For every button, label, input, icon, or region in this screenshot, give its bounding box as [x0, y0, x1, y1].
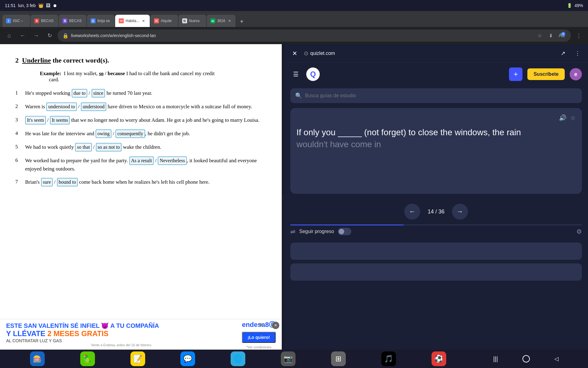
quizlet-logo-area: ⊙ quizlet.com: [304, 50, 554, 57]
pill-since[interactable]: since: [92, 89, 105, 98]
quizlet-plus-button[interactable]: +: [509, 67, 522, 81]
tab-habita[interactable]: id Habita... ✕: [115, 15, 150, 27]
pill-understood[interactable]: understood: [81, 102, 106, 111]
download-icon[interactable]: ⬇: [546, 31, 555, 40]
flashcard-fade-text: wouldn't have come in: [296, 140, 381, 149]
list-item: 3 It's seem / It seems that we no longer…: [15, 116, 266, 125]
ad-title: ESTE SAN VALENTÍN SÉ INFIEL 😈 A TU COMPA…: [6, 322, 237, 329]
pill-understood-to[interactable]: understood to: [46, 102, 77, 111]
user-avatar[interactable]: e: [570, 68, 582, 80]
pill-sure[interactable]: sure: [41, 178, 53, 186]
worksheet-area: 2 Underline the correct word(s). Example…: [0, 44, 282, 319]
taskbar-item-camera[interactable]: 📷: [280, 351, 296, 367]
nav-back-button[interactable]: ◁: [554, 355, 559, 362]
pill-nevertheless[interactable]: Nevertheless: [158, 156, 187, 165]
ad-content: ESTE SAN VALENTÍN SÉ INFIEL 😈 A TU COMPA…: [6, 322, 237, 347]
search-icon: 🔍: [295, 92, 302, 99]
settings-icon[interactable]: ⚙: [576, 228, 582, 235]
pill-owing[interactable]: owing: [96, 129, 111, 138]
tab-close-msn[interactable]: ✕: [227, 18, 232, 23]
ad-banner: ESTE SAN VALENTÍN SÉ INFIEL 😈 A TU COMPA…: [0, 319, 282, 350]
tab-llotja[interactable]: G llotja se: [87, 15, 115, 27]
shuffle-icon[interactable]: ⇌: [290, 228, 296, 235]
pill-its-seem[interactable]: It's seem: [25, 116, 46, 125]
taskbar-item-superbet[interactable]: 🎰: [29, 351, 45, 367]
tab-nueva[interactable]: N Nueva: [179, 15, 206, 27]
pill-as-a-result[interactable]: As a result: [129, 156, 154, 165]
nav-home-circle[interactable]: [522, 355, 530, 362]
tab-favicon-nueva: N: [182, 18, 187, 23]
answer-box-2[interactable]: [290, 263, 582, 281]
ad-company: A TU COMPAÑÍA: [110, 322, 159, 329]
q-text: We had to work quietly so that / so as n…: [25, 143, 266, 151]
ad-cta-button[interactable]: ¡Lo quiero!: [242, 332, 275, 343]
pill-so-as-not[interactable]: so as not to: [96, 143, 122, 151]
flashcard-container[interactable]: 🔊 ☆ If only you _____ (not forget) to cl…: [290, 108, 582, 194]
more-options-button[interactable]: ⋮: [573, 30, 584, 41]
tab-favicon-msn: m: [210, 18, 215, 23]
taskbar-item-safari[interactable]: 🌐: [230, 351, 246, 367]
tab-label-habita: Habita...: [126, 19, 139, 23]
search-bar[interactable]: 🔍: [290, 88, 582, 103]
flashcard-top: 🔊 ☆: [296, 114, 576, 121]
taskbar-item-grid[interactable]: ⊞: [330, 351, 346, 367]
prev-card-button[interactable]: ←: [404, 204, 420, 220]
ad-flag-icon: ⚑: [258, 322, 263, 328]
search-input[interactable]: [305, 93, 577, 98]
translate-icon[interactable]: Aa 8: [557, 31, 566, 40]
next-card-button[interactable]: →: [452, 204, 468, 220]
q-text: He was late for the interview and owing …: [25, 129, 266, 138]
answer-box-1[interactable]: [290, 243, 582, 260]
list-item: 6 We worked hard to prepare the yard for…: [15, 156, 266, 173]
tab-label-isic: ISIC –: [13, 19, 23, 23]
ad-close-button[interactable]: ✕: [272, 322, 279, 329]
progress-toggle[interactable]: [338, 228, 351, 235]
tab-close-habita[interactable]: ✕: [141, 18, 146, 23]
pill-consequently[interactable]: consequently: [115, 129, 145, 138]
pill-so-that[interactable]: so that: [75, 143, 92, 151]
taskbar-item-notes[interactable]: 📝: [130, 351, 146, 367]
pill-it-seems[interactable]: It seems: [50, 116, 70, 125]
tab-becas1[interactable]: B BECAS: [31, 15, 58, 27]
tab-alquiler[interactable]: id Alquile: [150, 15, 178, 27]
nav-recents-button[interactable]: |||: [493, 355, 498, 362]
tab-becas2[interactable]: B BECAS: [59, 15, 86, 27]
pokeball-icon: ⚽: [432, 351, 446, 366]
tab-msn[interactable]: m 3816 ✕: [207, 15, 236, 27]
battery-percent: 49%: [575, 3, 583, 8]
tab-isic[interactable]: I ISIC –: [2, 15, 30, 27]
taskbar-item-pokeball[interactable]: ⚽: [431, 351, 447, 367]
scan-icon: ⊙: [304, 50, 308, 57]
tab-favicon-isic: I: [6, 18, 11, 23]
suscribete-button[interactable]: Suscríbete: [527, 68, 565, 80]
panel-divider: ⋮: [282, 44, 284, 350]
q-text: We worked hard to prepare the yard for t…: [25, 156, 266, 173]
nav-refresh-button[interactable]: ↻: [44, 30, 55, 41]
share-icon[interactable]: ↗: [557, 48, 568, 59]
taskbar-item-tiktok[interactable]: 🎵: [381, 351, 397, 367]
list-item: 5 We had to work quietly so that / so as…: [15, 143, 266, 151]
volume-icon[interactable]: 🔊: [559, 114, 567, 121]
quizlet-close-button[interactable]: ✕: [289, 48, 300, 59]
nav-home-button[interactable]: ⌂: [4, 30, 15, 41]
address-input-wrap[interactable]: 🔒 liveworksheets.com/w/en/english-second…: [58, 29, 571, 42]
nav-back-button[interactable]: ←: [17, 30, 28, 41]
more-icon[interactable]: ⋮: [572, 48, 583, 59]
nav-forward-button[interactable]: →: [31, 30, 42, 41]
pill-bound-to[interactable]: bound to: [57, 178, 78, 186]
taskbar-item-messenger[interactable]: 💬: [180, 351, 196, 367]
q-num: 5: [15, 143, 21, 151]
quizlet-body: ☰ Q + Suscríbete e 🔍 🔊 ☆: [284, 63, 588, 350]
battery-icon: 🔋: [567, 3, 572, 8]
status-bar: 11:51 lun, 3 feb 👑 🖼 ⏺ 🔋 49%: [0, 0, 588, 11]
bookmark-icon[interactable]: ☆: [535, 31, 544, 40]
instruction-underline: Underline: [22, 56, 51, 64]
new-tab-button[interactable]: +: [236, 16, 247, 27]
star-icon[interactable]: ☆: [570, 114, 576, 121]
tab-favicon-llotja: G: [91, 18, 96, 23]
list-item: 7 Brian's sure / bound to come back home…: [15, 178, 266, 186]
hamburger-button[interactable]: ☰: [290, 69, 301, 80]
pill-due-to[interactable]: due to: [72, 89, 88, 98]
taskbar-item-duolingo[interactable]: 🦜: [80, 351, 96, 367]
status-left: 11:51 lun, 3 feb 👑 🖼 ⏺: [5, 3, 57, 8]
